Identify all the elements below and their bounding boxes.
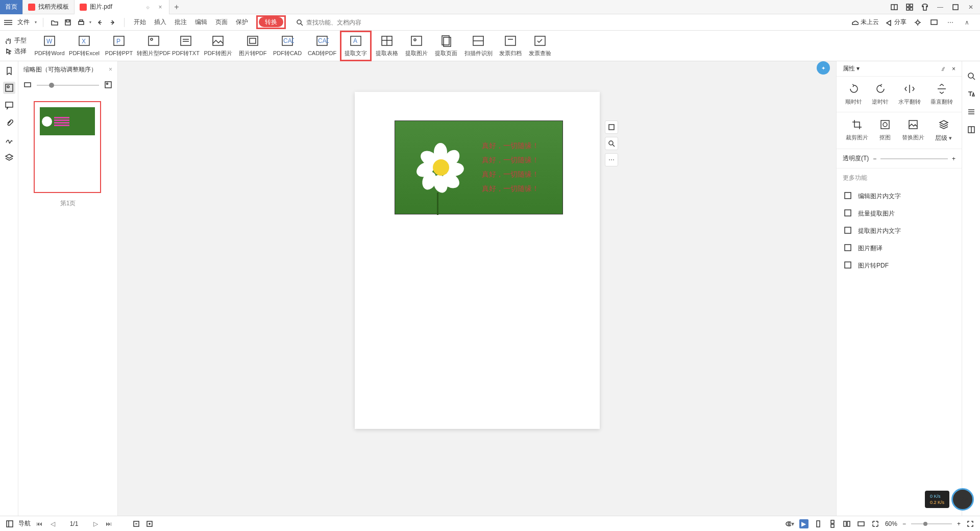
collapse-icon[interactable] (23, 81, 32, 90)
pdf-to-excel[interactable]: XPDF转Excel (67, 32, 101, 60)
feedback-icon[interactable] (929, 17, 939, 28)
window-close-icon[interactable]: ✕ (966, 2, 976, 12)
menu-protect[interactable]: 保护 (236, 18, 248, 27)
tab-document[interactable]: 图片.pdf ⟐ × (75, 0, 169, 14)
format-icon[interactable] (967, 107, 976, 118)
rotate-ccw[interactable]: 逆时针 (872, 83, 889, 106)
close-props-icon[interactable]: × (952, 65, 955, 73)
extract-table[interactable]: 提取表格 (373, 32, 401, 60)
zoom-out-icon[interactable]: − (902, 520, 906, 527)
redo-icon[interactable] (108, 17, 118, 28)
first-page-icon[interactable]: ⏮ (35, 519, 44, 528)
book-icon[interactable] (967, 125, 976, 136)
view-single-icon[interactable] (814, 519, 823, 528)
eye-icon[interactable]: ▾ (785, 519, 794, 528)
cloud-status[interactable]: 未上云 (850, 18, 879, 27)
play-icon[interactable]: ▶ (799, 519, 808, 528)
menu-edit[interactable]: 编辑 (195, 18, 207, 27)
collapse-icon[interactable]: ∧ (962, 17, 972, 28)
flip-h[interactable]: 水平翻转 (898, 83, 921, 106)
close-icon[interactable]: × (157, 4, 164, 11)
extract-image-text[interactable]: 提取图片内文字 (837, 222, 962, 239)
layers-icon[interactable] (3, 151, 15, 163)
tab-home[interactable]: 首页 (0, 0, 23, 14)
page-input[interactable] (61, 520, 87, 527)
file-menu[interactable]: 文件 (17, 18, 30, 27)
image-to-pdf-more[interactable]: 图片转PDF (837, 257, 962, 274)
menu-annotate[interactable]: 批注 (175, 18, 187, 27)
fit-width-icon[interactable] (856, 519, 866, 528)
to-image-pdf[interactable]: 转图片型PDF (137, 32, 170, 60)
menu-insert[interactable]: 插入 (154, 18, 166, 27)
view-continuous-icon[interactable] (828, 519, 837, 528)
canvas-area[interactable]: ✦ 真好，一切随缘！ 真好，一切随缘！ 真好， (118, 61, 836, 516)
opacity-slider[interactable] (880, 158, 948, 159)
cad-to-pdf[interactable]: CADCAD转PDF (305, 32, 339, 60)
pdf-to-cad[interactable]: CADPDF转CAD (271, 32, 304, 60)
increase-icon[interactable]: + (952, 155, 955, 162)
pdf-to-txt[interactable]: PDF转TXT (172, 32, 200, 60)
translate-rail-icon[interactable] (967, 89, 976, 100)
zoom-in-icon[interactable]: + (957, 520, 961, 527)
close-panel-icon[interactable]: × (109, 66, 112, 73)
last-page-icon[interactable]: ⏭ (104, 519, 113, 528)
pin-icon[interactable]: ⫽ (940, 65, 946, 73)
chevron-down-icon[interactable]: ▾ (35, 20, 37, 25)
skin-icon[interactable] (920, 2, 930, 12)
search-input[interactable] (306, 19, 398, 26)
bookmark-icon[interactable] (3, 64, 15, 77)
batch-extract-image[interactable]: 批量提取图片 (837, 205, 962, 222)
signature-icon[interactable] (3, 134, 15, 146)
embedded-image[interactable]: 真好，一切随缘！ 真好，一切随缘！ 真好，一切随缘！ 真好，一切随缘！ (395, 120, 563, 214)
invoice-check[interactable]: 发票查验 (526, 32, 554, 60)
zoom-slider-status[interactable] (911, 523, 952, 524)
layer-order[interactable]: 层级 ▾ (935, 118, 952, 142)
comment-icon[interactable] (3, 99, 15, 111)
menu-convert[interactable]: 转换 (259, 17, 283, 27)
maximize-icon[interactable] (950, 2, 961, 12)
undo-icon[interactable] (94, 17, 105, 28)
translate-image[interactable]: 图片翻译 (837, 239, 962, 257)
tab-pin-icon[interactable]: ⟐ (146, 4, 150, 11)
share-button[interactable]: 分享 (885, 18, 906, 27)
next-page-icon[interactable]: ▷ (91, 519, 100, 528)
menu-start[interactable]: 开始 (134, 18, 146, 27)
prev-page-icon[interactable]: ◁ (48, 519, 57, 528)
page-thumbnail-1[interactable] (34, 101, 101, 193)
search-box[interactable] (296, 19, 398, 26)
attachment-icon[interactable] (3, 116, 15, 129)
zoom-in-page-icon[interactable] (145, 519, 154, 528)
crop-image[interactable]: 裁剪图片 (846, 118, 868, 142)
find-icon[interactable] (967, 71, 976, 82)
save-icon[interactable] (63, 17, 73, 28)
edit-image-text[interactable]: 编辑图片内文字 (837, 187, 962, 205)
menu-page[interactable]: 页面 (215, 18, 228, 27)
percent-badge[interactable]: 72% (951, 488, 974, 511)
zoom-icon[interactable] (605, 137, 618, 150)
zoom-slider[interactable] (37, 85, 99, 86)
pdf-to-image[interactable]: PDF转图片 (201, 32, 235, 60)
fit-page-status-icon[interactable] (871, 519, 880, 528)
extract-image[interactable]: 提取图片 (402, 32, 431, 60)
print-icon[interactable] (76, 17, 86, 28)
rotate-cw[interactable]: 顺时针 (845, 83, 862, 106)
layout-icon[interactable] (889, 2, 899, 12)
tab-template[interactable]: 找稻壳模板 (23, 0, 75, 14)
open-icon[interactable] (50, 17, 60, 28)
pdf-to-word[interactable]: WPDF转Word (33, 32, 66, 60)
hand-mode[interactable]: 手型 (5, 36, 27, 45)
pdf-to-ppt[interactable]: PPDF转PPT (102, 32, 136, 60)
expand-icon[interactable] (104, 81, 112, 90)
speed-indicator[interactable]: 0 K/s 0.2 K/s (925, 491, 949, 508)
fullscreen-icon[interactable] (966, 519, 975, 528)
add-tab-button[interactable]: + (169, 3, 184, 12)
chevron-down-icon[interactable]: ▾ (89, 20, 91, 25)
scan-ocr[interactable]: 扫描件识别 (461, 32, 495, 60)
hamburger-icon[interactable] (4, 20, 12, 25)
gear-icon[interactable] (913, 17, 923, 28)
zoom-value[interactable]: 60% (885, 520, 897, 527)
sidebar-toggle-icon[interactable] (5, 519, 14, 528)
more-icon[interactable]: ⋯ (945, 17, 955, 28)
thumbnails-icon[interactable] (3, 82, 15, 94)
flip-v[interactable]: 垂直翻转 (930, 83, 953, 106)
